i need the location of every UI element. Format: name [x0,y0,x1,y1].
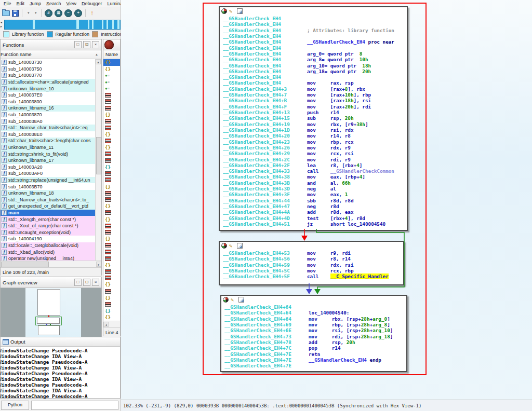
navband-segment[interactable] [102,20,103,29]
disasm-line[interactable]: __GSHandlerCheck_EH4 [223,21,407,27]
close-icon[interactable]: × [92,41,99,48]
name-row[interactable]: {} [103,112,120,118]
disasm-line[interactable]: __GSHandlerCheck_EH4+69mov rbp, [rsp+28h… [224,322,406,327]
name-row[interactable] [103,268,120,275]
disasm-line[interactable]: __GSHandlerCheck_EH4__GSHandlerCheck_EH4… [223,39,407,45]
edit-icon[interactable] [231,297,236,303]
disasm-line[interactable]: __GSHandlerCheck_EH4arg_18= qword ptr 20… [223,68,407,74]
float-icon[interactable]: □ [74,41,82,48]
output-log[interactable]: WindowStateChange Pseudocode-AWindowStat… [1,347,120,399]
scroll-right-icon[interactable]: ▸ [96,262,101,267]
menu-edit[interactable]: Edit [14,1,28,6]
disasm-line[interactable]: __GSHandlerCheck_EH4+53mov r9, rdi [223,250,403,256]
disasm-line[interactable]: __GSHandlerCheck_EH4 [223,33,407,39]
name-row[interactable] [103,118,120,125]
chart-icon[interactable] [237,8,243,14]
name-row[interactable] [103,150,120,157]
disasm-line[interactable]: __GSHandlerCheck_EH4+7Cpop r14 [224,345,406,351]
disasm-line[interactable]: __GSHandlerCheck_EH4arg_10= qword ptr 18… [223,63,407,68]
disasm-line[interactable]: __GSHandlerCheck_EH4+26mov rdx, r9 [223,145,407,150]
disasm-line[interactable]: __GSHandlerCheck_EH4+Bmov [rax+18h], rsi [223,98,407,103]
name-row[interactable] [103,242,120,249]
node-color-icon[interactable] [221,243,227,249]
overview-titlebar[interactable]: Graph overview □ ⊡ × [1,277,101,288]
name-row[interactable] [103,138,120,144]
function-row[interactable]: fsub_1400038A0 [1,118,96,125]
function-row[interactable]: funknown_libname_11 [1,144,96,151]
function-row[interactable]: fsub_140003A20 [1,164,96,171]
python-input[interactable] [31,401,118,410]
name-row[interactable]: {} [103,236,120,242]
disasm-line[interactable]: __GSHandlerCheck_EH4+64mov rbx, [rsp+28h… [224,316,406,322]
navband-segment[interactable] [107,20,108,29]
name-row[interactable]: ● [103,79,120,86]
caret-icon[interactable] [28,10,31,16]
name-row[interactable]: {} [103,216,120,223]
function-row[interactable]: fstd::_Xbad_alloc(void) [1,249,96,255]
function-row[interactable]: fstd::_Xout_of_range(char const *) [1,223,96,229]
disasm-line[interactable]: __GSHandlerCheck_EH4; Attributes: librar… [223,28,407,33]
disasm-line[interactable]: __GSHandlerCheck_EH4+4Dtest [rbx+4], r8d [223,215,407,221]
close-icon[interactable]: × [92,279,99,286]
name-row[interactable] [103,125,120,131]
circle-minus-icon[interactable] [64,9,72,17]
function-row[interactable]: fstd::string::replace(unsigned __int64,u… [1,177,96,184]
edit-icon[interactable] [229,243,235,249]
function-row[interactable]: funknown_libname_10 [1,85,96,92]
node-color-icon[interactable] [221,8,227,14]
function-row[interactable]: fsub_1400038E0 [1,131,96,138]
navband-segment[interactable] [88,20,89,29]
disasm-line[interactable]: __GSHandlerCheck_EH4+29mov rcx, rsi [223,150,407,156]
name-row[interactable] [103,210,120,216]
scroll-up-icon[interactable]: ▲ [96,59,101,64]
restore-icon[interactable]: ⊡ [83,41,90,48]
circle-plus-icon[interactable] [74,9,82,17]
name-row[interactable] [103,288,120,295]
names-column-header[interactable]: Name [103,50,120,59]
function-row[interactable]: fstd::allocator<char>::allocate(unsigned [1,79,96,86]
hscroll-thumb[interactable] [1,262,49,267]
restore-icon[interactable]: ⊡ [83,279,90,286]
navband-segment[interactable] [112,20,114,29]
function-row[interactable]: fsub_140003770 [1,72,96,79]
disasm-line[interactable]: __GSHandlerCheck_EH4+4Aadd r8d, eax [223,209,407,215]
overview-minimap[interactable] [1,288,101,337]
disasm-line[interactable]: __GSHandlerCheck_EH4+2Flea r8, [rbx+4] [223,162,407,168]
function-row[interactable]: fsub_140003800 [1,99,96,105]
disasm-line[interactable]: __GSHandlerCheck_EH4+2Cmov rdi, r9 [223,157,407,162]
name-row[interactable] [103,255,120,262]
caret-icon[interactable] [35,10,38,16]
disasm-line[interactable]: __GSHandlerCheck_EH4+44sbb r8d, r8d [223,198,407,203]
function-row[interactable]: fsub_140004190 [1,236,96,242]
navband-segment[interactable] [76,20,79,29]
menu-view[interactable]: View [64,1,79,6]
disasm-line[interactable]: __GSHandlerCheck_EH4+23mov rbp, rcx [223,139,407,145]
function-row[interactable]: fsub_140003AF0 [1,170,96,177]
name-row[interactable] [103,157,120,164]
name-row[interactable]: {} [103,164,120,171]
function-row[interactable]: fstd::_Narrow_char_traits<char,int>::to_ [1,196,96,203]
navband-segment[interactable] [92,20,94,29]
chart-icon[interactable] [238,297,244,303]
name-row[interactable] [103,177,120,184]
function-row[interactable]: fsub_140003730 [1,59,96,66]
disasm-line[interactable]: __GSHandlerCheck_EH4arg_0= qword ptr 8 [223,51,407,57]
edit-icon[interactable] [229,8,235,14]
name-row[interactable]: {} [103,66,120,73]
names-hscrollbar[interactable]: ◂ [103,321,120,327]
disasm-line[interactable]: __GSHandlerCheck_EH4+5Cmov rcx, rbp [223,268,403,273]
save-icon[interactable] [12,10,19,17]
name-row[interactable] [103,301,120,308]
menu-jump[interactable]: Jump [27,1,44,6]
disasm-line[interactable]: __GSHandlerCheck_EH4+33call __GSHandlerC… [223,168,407,174]
disasm-line[interactable]: __GSHandlerCheck_EH4+13push r14 [223,109,407,115]
function-row[interactable]: fsub_140003870 [1,112,96,118]
disasm-line[interactable]: __GSHandlerCheck_EH4 [223,16,407,21]
disasm-line[interactable]: __GSHandlerCheck_EH4+78add rsp, 20h [224,339,406,345]
name-row[interactable] [103,229,120,236]
name-row[interactable] [103,170,120,177]
disasm-line[interactable]: __GSHandlerCheck_EH4+3Band al, 66h [223,180,407,186]
menu-search[interactable]: Search [44,1,64,6]
disasm-line[interactable]: __GSHandlerCheck_EH4+1Dmov rsi, rdx [223,127,407,133]
menu-debugger[interactable]: Debugger [79,1,105,6]
